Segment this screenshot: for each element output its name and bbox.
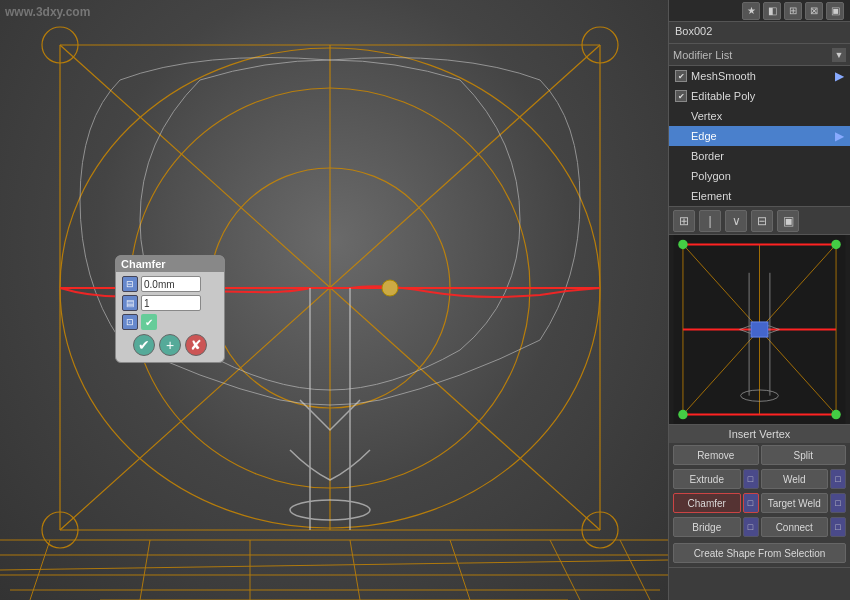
chamfer-segments-row: ▤ <box>122 295 218 311</box>
chamfer-options-icon: ⊡ <box>122 314 138 330</box>
svg-point-26 <box>42 512 78 548</box>
svg-point-32 <box>290 500 370 520</box>
op-row-bridge-connect: Bridge □ Connect □ <box>669 515 850 539</box>
stack-item-polygon[interactable]: Polygon <box>669 166 850 186</box>
stack-item-meshsmooth[interactable]: ✔ MeshSmooth ▶ <box>669 66 850 86</box>
op-btn-extrude[interactable]: Extrude <box>673 469 741 489</box>
chamfer-value-row: ⊟ <box>122 276 218 292</box>
op-row-extrude-weld: Extrude □ Weld □ <box>669 467 850 491</box>
op-btn-bridge-small[interactable]: □ <box>743 517 759 537</box>
op-row-chamfer-targetweld: Chamfer □ Target Weld □ <box>669 491 850 515</box>
chamfer-value-icon: ⊟ <box>122 276 138 292</box>
op-btn-connect[interactable]: Connect <box>761 517 829 537</box>
svg-point-33 <box>382 280 398 296</box>
modifier-list-dropdown[interactable]: ▼ <box>832 48 846 62</box>
chamfer-segments-input[interactable] <box>141 295 201 311</box>
op-btn-weld-small[interactable]: □ <box>830 469 846 489</box>
vertex-label: Vertex <box>691 110 722 122</box>
op-btn-target-weld[interactable]: Target Weld <box>761 493 829 513</box>
op-full-row: Create Shape From Selection <box>669 539 850 567</box>
chamfer-title: Chamfer <box>116 256 224 272</box>
right-panel: ★ ◧ ⊞ ⊠ ▣ Box002 Modifier List ▼ ✔ MeshS… <box>668 0 850 600</box>
chamfer-options-row: ⊡ ✔ <box>122 314 218 330</box>
chamfer-value-input[interactable] <box>141 276 201 292</box>
editable-poly-checkbox[interactable]: ✔ <box>675 90 687 102</box>
chamfer-add-button[interactable]: + <box>159 334 181 356</box>
op-btn-remove[interactable]: Remove <box>673 445 759 465</box>
chamfer-dialog: Chamfer ⊟ ▤ ⊡ ✔ ✔ + ✘ <box>115 255 225 363</box>
border-label: Border <box>691 150 724 162</box>
svg-line-9 <box>620 540 650 600</box>
top-bar: ★ ◧ ⊞ ⊠ ▣ <box>669 0 850 22</box>
edge-label: Edge <box>691 130 717 142</box>
top-icon-4[interactable]: ⊠ <box>805 2 823 20</box>
svg-point-46 <box>678 410 687 419</box>
edge-arrow: ▶ <box>835 129 844 143</box>
chamfer-segments-icon: ▤ <box>122 295 138 311</box>
chamfer-ok-button[interactable]: ✔ <box>133 334 155 356</box>
top-icon-5[interactable]: ▣ <box>826 2 844 20</box>
op-btn-connect-small[interactable]: □ <box>830 517 846 537</box>
editable-poly-label: Editable Poly <box>691 90 755 102</box>
meshsmooth-arrow: ▶ <box>835 69 844 83</box>
svg-point-47 <box>831 410 840 419</box>
meshsmooth-label: MeshSmooth <box>691 70 756 82</box>
svg-line-4 <box>140 540 150 600</box>
svg-rect-51 <box>751 322 768 337</box>
polygon-label: Polygon <box>691 170 731 182</box>
stack-item-border[interactable]: Border <box>669 146 850 166</box>
svg-point-24 <box>42 27 78 63</box>
toolbar-btn-3[interactable]: ∨ <box>725 210 747 232</box>
op-row-remove-split: Remove Split <box>669 443 850 467</box>
svg-line-7 <box>450 540 470 600</box>
op-btn-chamfer-small[interactable]: □ <box>743 493 759 513</box>
op-btn-bridge[interactable]: Bridge <box>673 517 741 537</box>
op-btn-chamfer[interactable]: Chamfer <box>673 493 741 513</box>
main-viewport[interactable]: www.3dxy.com <box>0 0 668 600</box>
top-icon-2[interactable]: ◧ <box>763 2 781 20</box>
op-btn-extrude-small[interactable]: □ <box>743 469 759 489</box>
operations-panel: Insert Vertex Remove Split Extrude □ Wel… <box>669 425 850 600</box>
op-btn-create-shape[interactable]: Create Shape From Selection <box>673 543 846 563</box>
meshsmooth-checkbox[interactable]: ✔ <box>675 70 687 82</box>
top-bar-icons: ★ ◧ ⊞ ⊠ ▣ <box>742 2 844 20</box>
modifier-list-bar[interactable]: Modifier List ▼ <box>669 44 850 66</box>
toolbar-btn-1[interactable]: ⊞ <box>673 210 695 232</box>
top-icon-3[interactable]: ⊞ <box>784 2 802 20</box>
svg-line-8 <box>550 540 580 600</box>
small-viewport-bg <box>669 235 850 424</box>
modifier-stack: ✔ MeshSmooth ▶ ✔ Editable Poly Vertex Ed… <box>669 66 850 207</box>
svg-line-3 <box>30 540 50 600</box>
toolbar-btn-2[interactable]: | <box>699 210 721 232</box>
watermark: www.3dxy.com <box>5 5 90 19</box>
svg-point-44 <box>678 240 687 249</box>
chamfer-cancel-button[interactable]: ✘ <box>185 334 207 356</box>
small-viewport-svg <box>669 235 850 424</box>
stack-item-vertex[interactable]: Vertex <box>669 106 850 126</box>
svg-line-1 <box>0 560 668 570</box>
svg-point-21 <box>210 168 450 408</box>
object-name: Box002 <box>669 22 850 44</box>
svg-point-25 <box>582 27 618 63</box>
op-btn-weld[interactable]: Weld <box>761 469 829 489</box>
op-title-insert: Insert Vertex <box>669 425 850 443</box>
chamfer-check-icon: ✔ <box>141 314 157 330</box>
svg-point-27 <box>582 512 618 548</box>
svg-line-6 <box>350 540 360 600</box>
top-icon-1[interactable]: ★ <box>742 2 760 20</box>
toolbar-btn-4[interactable]: ⊟ <box>751 210 773 232</box>
op-section-insert: Insert Vertex Remove Split Extrude □ Wel… <box>669 425 850 568</box>
small-viewport[interactable] <box>669 235 850 425</box>
stack-item-editable-poly[interactable]: ✔ Editable Poly <box>669 86 850 106</box>
modifier-list-label: Modifier List <box>673 49 732 61</box>
toolbar-btn-5[interactable]: ▣ <box>777 210 799 232</box>
op-btn-split[interactable]: Split <box>761 445 847 465</box>
op-btn-target-weld-small[interactable]: □ <box>830 493 846 513</box>
toolbar-row: ⊞ | ∨ ⊟ ▣ <box>669 207 850 235</box>
svg-point-45 <box>831 240 840 249</box>
mesh-overlay <box>0 0 668 600</box>
chamfer-actions: ✔ + ✘ <box>122 334 218 356</box>
stack-item-element[interactable]: Element <box>669 186 850 206</box>
element-label: Element <box>691 190 731 202</box>
stack-item-edge[interactable]: Edge ▶ <box>669 126 850 146</box>
